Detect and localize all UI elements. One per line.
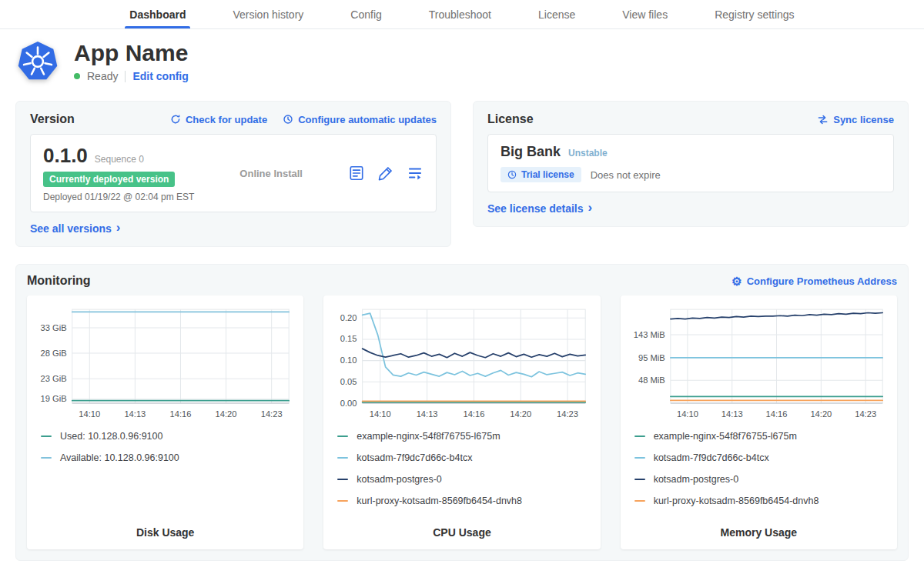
- deployed-timestamp: Deployed 01/19/22 @ 02:04 pm EST: [43, 192, 194, 202]
- trial-license-badge: Trial license: [500, 167, 581, 182]
- svg-text:0.20: 0.20: [340, 313, 357, 322]
- svg-text:14:23: 14:23: [855, 409, 876, 419]
- svg-text:28 GiB: 28 GiB: [41, 349, 67, 358]
- cpu-usage-chart: 14:1014:1314:1614:2014:230.200.150.100.0…: [331, 303, 592, 422]
- memory-usage-chart-card: 14:1014:1314:1614:2014:23143 MiB95 MiB48…: [621, 295, 897, 549]
- version-card-title: Version: [30, 112, 75, 126]
- chevron-right-icon: ›: [588, 204, 593, 212]
- status-text: Ready: [87, 70, 118, 82]
- series-color-dash-icon: [634, 500, 645, 502]
- trial-clock-icon: [507, 170, 517, 179]
- svg-text:14:20: 14:20: [810, 409, 832, 419]
- customer-name: Big Bank: [500, 144, 561, 160]
- legend-item: kotsadm-7f9dc7d66c-b4tcx: [337, 452, 592, 463]
- license-card-header: License Sync license: [487, 112, 894, 126]
- legend-item: kotsadm-7f9dc7d66c-b4tcx: [634, 452, 889, 463]
- series-color-dash-icon: [337, 436, 348, 437]
- license-card-title: License: [487, 112, 534, 126]
- series-color-dash-icon: [634, 479, 645, 480]
- legend-item: Used: 10.128.0.96:9100: [41, 431, 296, 442]
- series-color-dash-icon: [634, 436, 645, 437]
- svg-text:14:10: 14:10: [79, 409, 100, 419]
- tab-config[interactable]: Config: [349, 0, 383, 28]
- svg-text:19 GiB: 19 GiB: [41, 394, 67, 403]
- legend-item: Available: 10.128.0.96:9100: [41, 452, 296, 463]
- release-notes-button[interactable]: [348, 165, 365, 182]
- configure-automatic-updates-link[interactable]: Configure automatic updates: [283, 114, 437, 125]
- svg-text:14:13: 14:13: [417, 409, 438, 419]
- svg-text:14:20: 14:20: [511, 409, 532, 419]
- tab-license[interactable]: License: [537, 0, 577, 28]
- status-dot-icon: [74, 73, 80, 79]
- edit-version-config-button[interactable]: [377, 165, 394, 182]
- legend-item: kotsadm-postgres-0: [337, 474, 592, 485]
- legend-item: example-nginx-54f8f76755-l675m: [634, 431, 889, 442]
- svg-text:14:10: 14:10: [677, 409, 698, 419]
- cpu-usage-legend: example-nginx-54f8f76755-l675mkotsadm-7f…: [331, 431, 592, 506]
- series-color-dash-icon: [337, 479, 348, 480]
- svg-text:14:20: 14:20: [216, 409, 237, 419]
- sync-license-link[interactable]: Sync license: [817, 114, 894, 125]
- version-action-icons: [348, 165, 424, 182]
- svg-text:14:16: 14:16: [765, 409, 787, 419]
- top-navigation: Dashboard Version history Config Trouble…: [0, 0, 924, 29]
- deployed-version-info: 0.1.0 Sequence 0 Currently deployed vers…: [43, 144, 194, 202]
- sync-license-label: Sync license: [833, 114, 894, 125]
- series-label: kotsadm-7f9dc7d66c-b4tcx: [654, 452, 769, 463]
- version-card-actions: Check for update Configure automatic upd…: [170, 114, 437, 125]
- gear-icon: ⚙: [732, 276, 742, 286]
- svg-text:0.10: 0.10: [340, 355, 357, 365]
- series-label: kurl-proxy-kotsadm-8569fb6454-dnvh8: [357, 496, 522, 506]
- see-license-details-link[interactable]: See license details ›: [487, 202, 592, 215]
- check-for-update-link[interactable]: Check for update: [170, 114, 267, 125]
- see-all-versions-link[interactable]: See all versions ›: [30, 222, 121, 235]
- series-label: Available: 10.128.0.96:9100: [60, 452, 179, 463]
- currently-deployed-badge: Currently deployed version: [43, 172, 175, 187]
- page-title: App Name: [74, 40, 189, 66]
- edit-config-link[interactable]: Edit config: [132, 70, 188, 82]
- monitoring-title: Monitoring: [27, 274, 91, 288]
- legend-item: kotsadm-postgres-0: [634, 474, 889, 485]
- deploy-logs-button[interactable]: [407, 165, 424, 182]
- tab-registry-settings[interactable]: Registry settings: [713, 0, 795, 28]
- tab-troubleshoot[interactable]: Troubleshoot: [427, 0, 493, 28]
- svg-text:14:13: 14:13: [721, 409, 742, 419]
- svg-text:14:23: 14:23: [557, 409, 578, 419]
- chart-title: Memory Usage: [628, 526, 889, 540]
- app-title-block: App Name Ready Edit config: [74, 40, 189, 82]
- configure-prometheus-label: Configure Prometheus Address: [747, 275, 897, 287]
- tab-version-history[interactable]: Version history: [231, 0, 305, 28]
- memory-usage-legend: example-nginx-54f8f76755-l675mkotsadm-7f…: [628, 431, 889, 506]
- series-color-dash-icon: [41, 457, 52, 459]
- license-name-row: Big Bank Unstable: [500, 144, 881, 160]
- install-type-label: Online Install: [239, 168, 303, 179]
- series-color-dash-icon: [634, 457, 645, 459]
- license-card: License Sync license Big Bank Unstable: [473, 101, 909, 227]
- tab-view-files[interactable]: View files: [621, 0, 669, 28]
- svg-text:33 GiB: 33 GiB: [41, 323, 67, 332]
- monitoring-header: Monitoring ⚙ Configure Prometheus Addres…: [27, 274, 897, 288]
- app-status-row: Ready Edit config: [74, 70, 189, 82]
- svg-text:0.15: 0.15: [340, 334, 357, 343]
- deployed-version-box: 0.1.0 Sequence 0 Currently deployed vers…: [30, 134, 437, 212]
- series-label: kotsadm-postgres-0: [357, 474, 441, 485]
- monitoring-card: Monitoring ⚙ Configure Prometheus Addres…: [15, 264, 909, 561]
- legend-item: example-nginx-54f8f76755-l675m: [337, 431, 592, 442]
- sequence-label: Sequence 0: [95, 154, 144, 165]
- series-color-dash-icon: [41, 436, 52, 437]
- svg-text:143 MiB: 143 MiB: [633, 330, 665, 339]
- svg-text:95 MiB: 95 MiB: [638, 353, 665, 362]
- series-label: example-nginx-54f8f76755-l675m: [654, 431, 797, 442]
- configure-prometheus-link[interactable]: ⚙ Configure Prometheus Address: [732, 275, 897, 287]
- see-all-versions-row: See all versions ›: [30, 222, 437, 235]
- chart-title: Disk Usage: [35, 526, 296, 540]
- tab-dashboard[interactable]: Dashboard: [128, 0, 187, 28]
- series-label: Used: 10.128.0.96:9100: [60, 431, 162, 442]
- app-header: App Name Ready Edit config: [0, 29, 924, 84]
- see-license-details-row: See license details ›: [487, 202, 894, 215]
- chevron-right-icon: ›: [116, 224, 121, 232]
- refresh-icon: [170, 114, 181, 125]
- expiry-text: Does not expire: [591, 169, 661, 181]
- configure-automatic-updates-label: Configure automatic updates: [298, 114, 437, 125]
- divider: [125, 71, 126, 82]
